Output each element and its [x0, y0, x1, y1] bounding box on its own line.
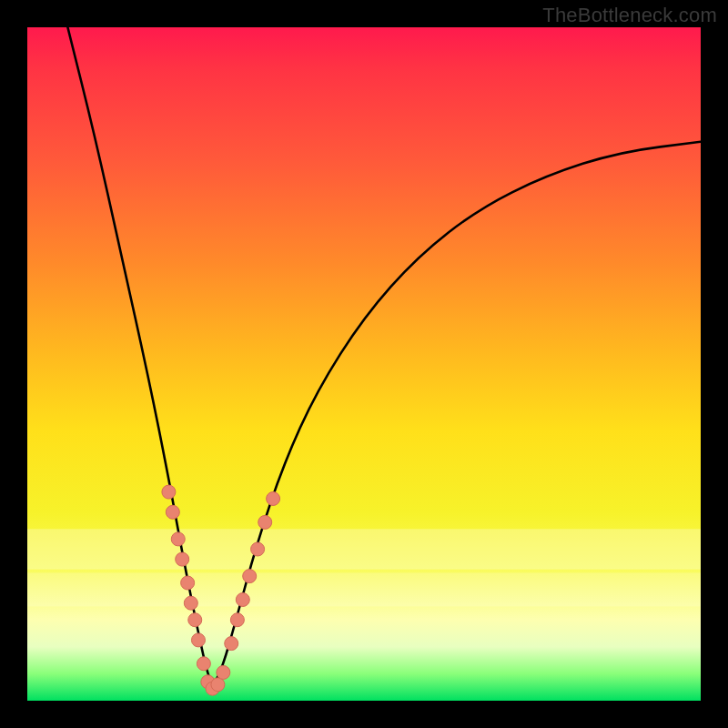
chart-frame: TheBottleneck.com — [0, 0, 728, 728]
data-marker — [188, 613, 202, 627]
data-marker — [191, 633, 205, 647]
data-marker — [243, 570, 257, 583]
data-marker — [171, 532, 185, 546]
watermark-text: TheBottleneck.com — [542, 4, 717, 27]
data-marker — [236, 593, 249, 607]
data-marker — [211, 678, 225, 692]
data-marker — [197, 657, 210, 671]
data-marker — [184, 596, 197, 610]
plot-area — [27, 27, 701, 701]
highlight-band — [27, 572, 701, 606]
data-marker — [176, 552, 189, 566]
data-marker — [225, 637, 238, 651]
data-marker — [258, 515, 272, 529]
data-marker — [230, 613, 244, 627]
data-marker — [162, 485, 176, 499]
data-marker — [217, 665, 230, 679]
data-marker — [166, 505, 179, 519]
plot-svg — [27, 27, 701, 701]
data-marker — [267, 492, 280, 506]
data-marker — [181, 576, 195, 590]
highlight-band — [27, 529, 701, 569]
data-marker — [251, 542, 265, 556]
